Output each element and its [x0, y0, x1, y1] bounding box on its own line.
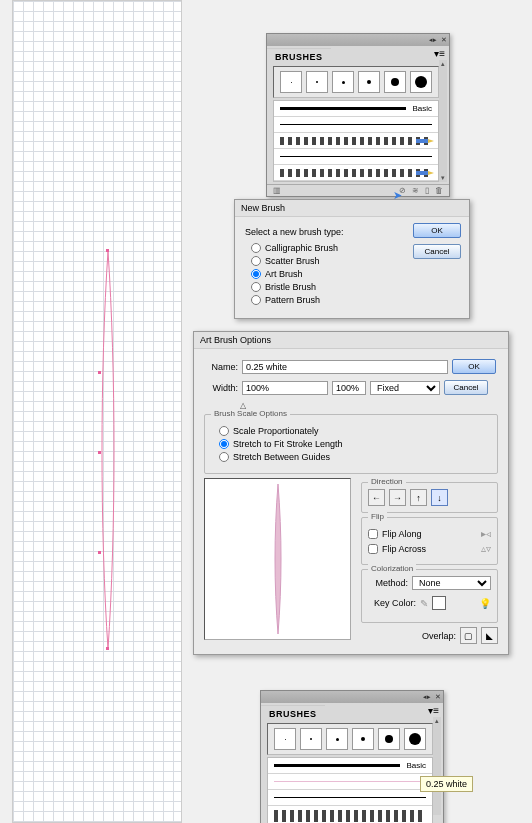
- brush-thumb[interactable]: [300, 728, 322, 750]
- overlap-off-button[interactable]: ▢: [460, 627, 477, 644]
- brush-list-item[interactable]: [268, 774, 432, 790]
- ok-button[interactable]: OK: [413, 223, 461, 238]
- dialog-title: Art Brush Options: [194, 332, 508, 349]
- radio-pattern[interactable]: Pattern Brush: [251, 295, 459, 305]
- brush-thumb[interactable]: [404, 728, 426, 750]
- artwork-stroke[interactable]: [98, 251, 118, 649]
- radio-label: Scale Proportionately: [233, 426, 319, 436]
- panel-titlebar[interactable]: ◂▸ ✕: [267, 34, 449, 46]
- canvas-grid[interactable]: [12, 0, 182, 823]
- libraries-icon[interactable]: ▥: [273, 186, 281, 195]
- brush-list: Basic: [273, 100, 439, 182]
- flip-across-checkbox[interactable]: Flip Across▵▿: [368, 543, 491, 554]
- anchor-point-mid[interactable]: [98, 371, 101, 374]
- anchor-point-bottom[interactable]: [106, 647, 109, 650]
- direction-down-button[interactable]: ↓: [431, 489, 448, 506]
- svg-rect-0: [416, 139, 428, 143]
- anchor-point-top[interactable]: [106, 249, 109, 252]
- width-right-input[interactable]: [332, 381, 366, 395]
- svg-rect-2: [416, 171, 428, 175]
- art-brush-options-dialog: Art Brush Options Name: OK Width: Fixed …: [193, 331, 509, 655]
- scroll-up-icon[interactable]: ▴: [432, 717, 442, 725]
- brush-thumb[interactable]: [306, 71, 328, 93]
- brushes-tab[interactable]: BRUSHES: [267, 48, 331, 64]
- radio-stretch-guides[interactable]: Stretch Between Guides: [219, 452, 489, 462]
- collapse-icon[interactable]: ◂▸: [423, 693, 431, 701]
- radio-label: Scatter Brush: [265, 256, 320, 266]
- panel-menu-icon[interactable]: ▾≡: [434, 48, 445, 59]
- brush-scale-group: Brush Scale Options Scale Proportionatel…: [204, 414, 498, 474]
- anchor-point-mid[interactable]: [98, 551, 101, 554]
- brush-thumb[interactable]: [384, 71, 406, 93]
- eyedropper-icon[interactable]: ✎: [420, 598, 428, 609]
- brush-thumb[interactable]: [326, 728, 348, 750]
- brush-list-item[interactable]: [274, 133, 438, 149]
- brush-thumb[interactable]: [378, 728, 400, 750]
- anchor-point-mid[interactable]: [98, 451, 101, 454]
- scrollbar[interactable]: [439, 60, 447, 182]
- panel-titlebar[interactable]: ◂▸ ✕: [261, 691, 443, 703]
- flip-along-icon: ▸◃: [481, 528, 491, 539]
- group-title: Brush Scale Options: [211, 409, 290, 418]
- radio-scale-proportionately[interactable]: Scale Proportionately: [219, 426, 489, 436]
- width-mode-select[interactable]: Fixed: [370, 381, 440, 395]
- radio-bristle[interactable]: Bristle Brush: [251, 282, 459, 292]
- group-title: Direction: [368, 477, 406, 486]
- direction-right-button[interactable]: →: [389, 489, 406, 506]
- brush-thumbnail-row: [273, 66, 439, 98]
- overlap-on-button[interactable]: ◣: [481, 627, 498, 644]
- brush-list-item[interactable]: [274, 117, 438, 133]
- brush-list-item[interactable]: [268, 790, 432, 806]
- brush-list-item[interactable]: [268, 806, 432, 823]
- radio-label: Art Brush: [265, 269, 303, 279]
- options-icon[interactable]: ≋: [412, 186, 419, 195]
- method-select[interactable]: None: [412, 576, 491, 590]
- new-brush-icon[interactable]: ▯: [425, 186, 429, 195]
- close-icon[interactable]: ✕: [435, 693, 441, 701]
- scroll-up-icon[interactable]: ▴: [438, 60, 448, 68]
- brush-label: Basic: [412, 104, 432, 113]
- dialog-title: New Brush: [235, 200, 469, 217]
- brush-thumb[interactable]: [280, 71, 302, 93]
- new-brush-dialog: New Brush Select a new brush type: Calli…: [234, 199, 470, 319]
- brush-list-item[interactable]: Basic: [268, 758, 432, 774]
- name-input[interactable]: [242, 360, 448, 374]
- brush-label: Basic: [406, 761, 426, 770]
- width-left-input[interactable]: [242, 381, 328, 395]
- direction-up-button[interactable]: ↑: [410, 489, 427, 506]
- cancel-button[interactable]: Cancel: [413, 244, 461, 259]
- flip-along-checkbox[interactable]: Flip Along▸◃: [368, 528, 491, 539]
- brushes-tab[interactable]: BRUSHES: [261, 705, 325, 721]
- brush-list-item[interactable]: Basic: [274, 101, 438, 117]
- panel-footer: ▥ ⊘ ≋ ▯ 🗑: [267, 184, 449, 196]
- panel-menu-icon[interactable]: ▾≡: [428, 705, 439, 716]
- trash-icon[interactable]: 🗑: [435, 186, 443, 195]
- brush-thumb[interactable]: [332, 71, 354, 93]
- brushes-panel: ◂▸ ✕ BRUSHES ▾≡ Basic ▥ ⊘ ≋ ▯: [266, 33, 450, 197]
- tips-icon[interactable]: 💡: [479, 598, 491, 609]
- scrollbar[interactable]: [433, 717, 441, 815]
- brush-thumb[interactable]: [274, 728, 296, 750]
- radio-label: Stretch Between Guides: [233, 452, 330, 462]
- direction-left-button[interactable]: ←: [368, 489, 385, 506]
- ok-button[interactable]: OK: [452, 359, 496, 374]
- collapse-icon[interactable]: ◂▸: [429, 36, 437, 44]
- cancel-button[interactable]: Cancel: [444, 380, 488, 395]
- brush-list-item[interactable]: [274, 165, 438, 181]
- brush-preview: [204, 478, 351, 640]
- brush-list-item[interactable]: [274, 149, 438, 165]
- pencil-icon: [416, 136, 434, 146]
- check-label: Flip Along: [382, 529, 422, 539]
- scroll-down-icon[interactable]: ▾: [438, 174, 448, 182]
- radio-stretch-fit[interactable]: Stretch to Fit Stroke Length: [219, 439, 489, 449]
- radio-label: Bristle Brush: [265, 282, 316, 292]
- radio-art[interactable]: Art Brush: [251, 269, 459, 279]
- close-icon[interactable]: ✕: [441, 36, 447, 44]
- brush-thumb[interactable]: [352, 728, 374, 750]
- brush-thumb[interactable]: [410, 71, 432, 93]
- flip-across-icon: ▵▿: [481, 543, 491, 554]
- keycolor-swatch[interactable]: [432, 596, 446, 610]
- brush-thumb[interactable]: [358, 71, 380, 93]
- keycolor-label: Key Color:: [368, 598, 416, 608]
- colorization-group: Colorization Method: None Key Color: ✎ 💡: [361, 569, 498, 623]
